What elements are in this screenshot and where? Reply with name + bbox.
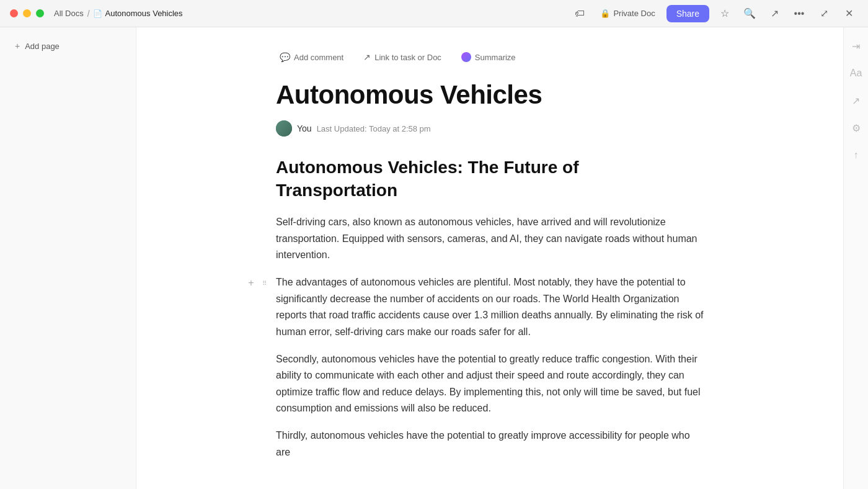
maximize-traffic-light[interactable] [36, 9, 44, 17]
doc-toolbar: 💬 Add comment ↗ Link to task or Doc Summ… [276, 42, 704, 74]
left-sidebar: + Add page [0, 27, 136, 489]
private-doc-label: Private Doc [613, 9, 655, 18]
star-button[interactable]: ☆ [715, 4, 734, 23]
add-page-item[interactable]: + Add page [5, 37, 131, 55]
share-button[interactable]: Share [666, 5, 709, 22]
link-to-task-label: Link to task or Doc [374, 53, 441, 62]
summarize-button[interactable]: Summarize [458, 50, 520, 65]
link-to-task-button[interactable]: ↗ Link to task or Doc [360, 50, 445, 65]
doc-paragraph-2: The advantages of autonomous vehicles ar… [276, 274, 704, 340]
add-comment-label: Add comment [294, 53, 343, 62]
breadcrumb: All Docs / 📄 Autonomous Vehicles [54, 9, 183, 19]
expand-button[interactable]: ⤢ [815, 4, 833, 23]
author-name: You [297, 123, 312, 133]
avatar [276, 120, 292, 137]
doc-heading: Autonomous Vehicles: The Future of Trans… [276, 156, 704, 202]
doc-paragraph-4: Thirdly, autonomous vehicles have the po… [276, 428, 704, 460]
close-traffic-light[interactable] [10, 9, 18, 17]
settings-icon[interactable]: ⚙ [848, 119, 865, 137]
more-options-button[interactable]: ••• [790, 4, 808, 23]
minimize-traffic-light[interactable] [23, 9, 31, 17]
doc-content: 💬 Add comment ↗ Link to task or Doc Summ… [251, 27, 728, 489]
doc-paragraph-1: Self-driving cars, also known as autonom… [276, 214, 704, 263]
font-size-icon[interactable]: Aa [848, 65, 865, 82]
right-sidebar: ⇥ Aa ↗ ⚙ ↑ [843, 27, 868, 489]
breadcrumb-all-docs-label: All Docs [54, 9, 84, 18]
private-doc-button[interactable]: 🔒 Private Doc [595, 6, 660, 20]
titlebar: All Docs / 📄 Autonomous Vehicles 🏷 🔒 Pri… [0, 0, 868, 27]
traffic-lights [10, 9, 44, 17]
collapse-icon[interactable]: ⇥ [848, 37, 865, 55]
add-comment-button[interactable]: 💬 Add comment [276, 50, 347, 65]
block-para-2: + ⠿ The advantages of autonomous vehicle… [276, 274, 704, 340]
breadcrumb-current-label: Autonomous Vehicles [105, 9, 183, 18]
doc-title: Autonomous Vehicles [276, 79, 704, 110]
add-page-icon: + [15, 41, 20, 51]
avatar-image [276, 120, 292, 137]
add-page-label: Add page [25, 42, 60, 51]
tag-button[interactable]: 🏷 [570, 4, 589, 23]
comment-icon: 💬 [280, 52, 290, 62]
summarize-label: Summarize [475, 53, 516, 62]
block-add-button[interactable]: + [245, 277, 257, 289]
breadcrumb-all-docs[interactable]: All Docs [54, 9, 84, 18]
link-icon: ↗ [363, 52, 371, 62]
share-right-icon[interactable]: ↗ [848, 92, 865, 109]
block-controls: + ⠿ [245, 277, 268, 289]
main-layout: + Add page 💬 Add comment ↗ Link to task … [0, 27, 868, 489]
breadcrumb-current-doc[interactable]: 📄 Autonomous Vehicles [94, 9, 183, 18]
search-button[interactable]: 🔍 [740, 4, 759, 23]
summarize-icon [461, 52, 471, 62]
doc-paragraph-3: Secondly, autonomous vehicles have the p… [276, 351, 704, 417]
last-updated: Last Updated: Today at 2:58 pm [317, 124, 431, 133]
export-right-icon[interactable]: ↑ [848, 146, 865, 164]
titlebar-right-actions: 🏷 🔒 Private Doc Share ☆ 🔍 ↗ ••• ⤢ ✕ [570, 0, 858, 27]
export-button[interactable]: ↗ [765, 4, 784, 23]
lock-icon: 🔒 [600, 9, 610, 18]
block-drag-handle[interactable]: ⠿ [260, 277, 268, 289]
author-row: You Last Updated: Today at 2:58 pm [276, 120, 704, 137]
doc-icon: 📄 [94, 9, 102, 18]
close-button[interactable]: ✕ [839, 4, 858, 23]
doc-area[interactable]: 💬 Add comment ↗ Link to task or Doc Summ… [136, 27, 843, 489]
breadcrumb-separator: / [87, 9, 90, 19]
